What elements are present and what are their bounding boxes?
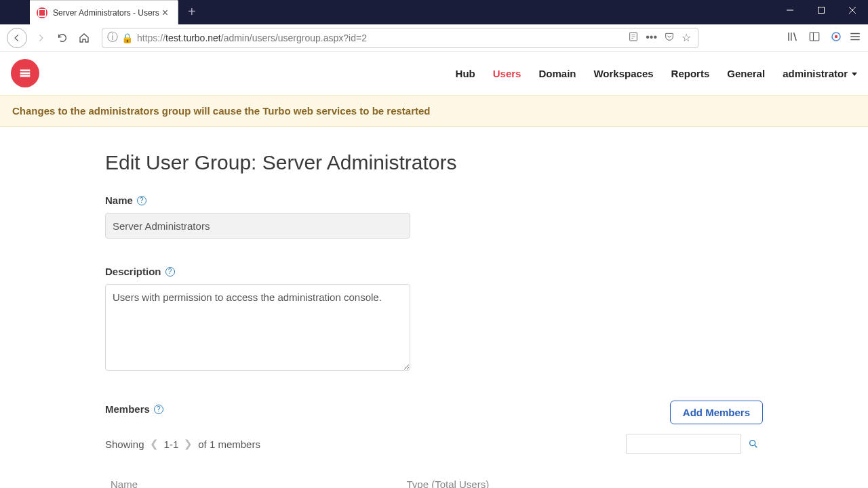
page-content: HubUsersDomainWorkspacesReportsGeneralad… xyxy=(0,52,868,488)
tab-favicon-icon xyxy=(37,7,47,18)
nav-item-reports[interactable]: Reports xyxy=(671,68,710,79)
svg-rect-1 xyxy=(818,7,825,14)
help-icon[interactable]: ? xyxy=(137,196,146,205)
url-text: https://test.turbo.net/admin/users/userg… xyxy=(137,33,624,43)
lock-icon: 🔒 xyxy=(121,33,133,43)
close-button[interactable] xyxy=(837,0,868,20)
name-input[interactable] xyxy=(105,213,410,239)
tab-close-button[interactable]: × xyxy=(159,7,171,19)
maximize-button[interactable] xyxy=(806,0,837,20)
extension-icon[interactable] xyxy=(830,30,842,45)
svg-point-14 xyxy=(835,35,838,38)
address-bar: ⓘ 🔒 https://test.turbo.net/admin/users/u… xyxy=(0,24,868,52)
hamburger-menu-button[interactable] xyxy=(849,30,861,45)
bookmark-icon[interactable]: ☆ xyxy=(682,31,691,45)
nav-item-workspaces[interactable]: Workspaces xyxy=(593,68,653,79)
window-controls xyxy=(774,0,868,20)
name-label: Name ? xyxy=(105,195,763,206)
help-icon[interactable]: ? xyxy=(154,405,163,414)
reader-icon[interactable] xyxy=(628,31,639,45)
description-label: Description ? xyxy=(105,266,763,277)
library-icon[interactable] xyxy=(787,30,799,45)
help-icon[interactable]: ? xyxy=(165,267,175,277)
warning-banner: Changes to the administrators group will… xyxy=(0,95,868,127)
column-name[interactable]: Name xyxy=(105,470,401,488)
nav-item-users[interactable]: Users xyxy=(493,68,521,79)
pagination: Showing ❮ 1-1 ❯ of 1 members xyxy=(105,438,260,450)
url-bar[interactable]: ⓘ 🔒 https://test.turbo.net/admin/users/u… xyxy=(102,28,698,48)
new-tab-button[interactable]: + xyxy=(178,0,205,24)
reload-button[interactable] xyxy=(52,27,73,49)
add-members-button[interactable]: Add Members xyxy=(670,401,763,424)
page-actions-icon[interactable]: ••• xyxy=(646,31,657,45)
pocket-icon[interactable] xyxy=(664,31,675,45)
window-titlebar: Server Administrators - Users × + xyxy=(0,0,868,24)
minimize-button[interactable] xyxy=(774,0,806,20)
members-table: Name Type (Total Users) xyxy=(105,470,763,488)
column-type[interactable]: Type (Total Users) xyxy=(401,470,764,488)
nav-item-hub[interactable]: Hub xyxy=(456,68,475,79)
page-prev-button[interactable]: ❮ xyxy=(150,438,159,450)
browser-tab[interactable]: Server Administrators - Users × xyxy=(30,0,178,24)
svg-point-18 xyxy=(750,441,755,446)
site-info-icon[interactable]: ⓘ xyxy=(106,32,119,44)
home-button[interactable] xyxy=(73,27,95,49)
sidebar-icon[interactable] xyxy=(808,30,821,45)
description-textarea[interactable]: Users with permission to access the admi… xyxy=(105,284,410,371)
main-nav: HubUsersDomainWorkspacesReportsGeneralad… xyxy=(456,68,857,79)
forward-button[interactable] xyxy=(30,27,52,49)
nav-item-general[interactable]: General xyxy=(727,68,765,79)
app-header: HubUsersDomainWorkspacesReportsGeneralad… xyxy=(0,52,868,95)
svg-rect-11 xyxy=(810,33,819,41)
nav-item-administrator[interactable]: administrator xyxy=(783,68,857,79)
page-next-button[interactable]: ❯ xyxy=(184,438,193,450)
svg-line-19 xyxy=(755,445,757,447)
svg-line-10 xyxy=(794,33,797,41)
page-title: Edit User Group: Server Administrators xyxy=(105,151,763,174)
search-button[interactable] xyxy=(744,434,763,454)
back-button[interactable] xyxy=(7,28,27,48)
nav-item-domain[interactable]: Domain xyxy=(538,68,576,79)
members-search-input[interactable] xyxy=(626,434,741,454)
tab-title: Server Administrators - Users xyxy=(53,8,159,18)
members-label: Members ? xyxy=(105,403,163,415)
app-logo[interactable] xyxy=(11,59,39,87)
